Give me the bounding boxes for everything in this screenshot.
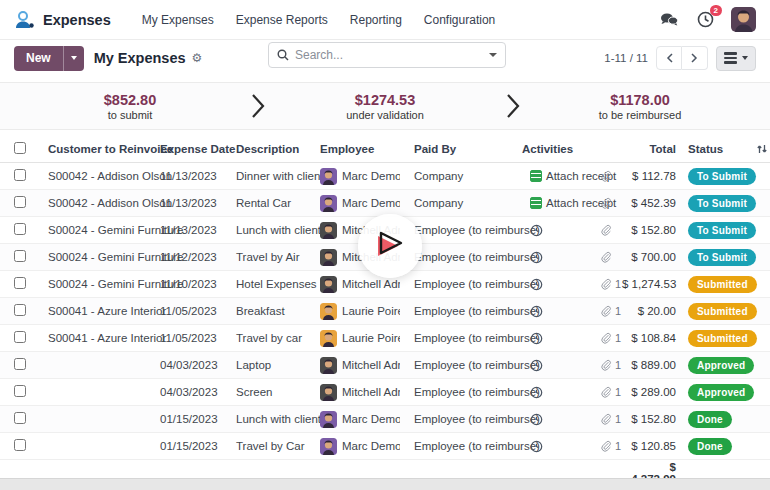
employee-avatar (320, 438, 337, 455)
new-button-caret[interactable] (63, 46, 84, 71)
table-row[interactable]: 01/15/2023 Lunch with client Marc Demo E… (0, 406, 770, 433)
kpi-to-be-reimbursed[interactable]: $1178.00 to be reimbursed (565, 92, 715, 121)
row-checkbox[interactable] (14, 250, 26, 262)
row-checkbox[interactable] (14, 439, 26, 451)
nav-my-expenses[interactable]: My Expenses (142, 13, 214, 27)
nav-configuration[interactable]: Configuration (424, 13, 495, 27)
header-expense-date[interactable]: Expense Date (146, 143, 222, 155)
table-row[interactable]: S00042 - Addison Olson 11/13/2023 Rental… (0, 190, 770, 217)
row-checkbox[interactable] (14, 331, 26, 343)
row-checkbox[interactable] (14, 196, 26, 208)
cell-activities[interactable] (508, 305, 592, 318)
employee-avatar (320, 168, 337, 185)
optional-columns-icon[interactable] (756, 143, 770, 155)
cell-activities[interactable]: Attach receipt (508, 170, 592, 182)
header-paid-by[interactable]: Paid By (400, 143, 508, 155)
table-body: S00042 - Addison Olson 11/13/2023 Dinner… (0, 163, 770, 460)
header-total[interactable]: Total (622, 143, 678, 155)
cell-description: Laptop (222, 359, 306, 371)
nav-expense-reports[interactable]: Expense Reports (236, 13, 328, 27)
status-badge[interactable]: Done (688, 411, 732, 428)
status-badge[interactable]: Submitted (688, 276, 757, 293)
search-input[interactable] (295, 48, 489, 62)
pager-prev-button[interactable] (656, 46, 682, 70)
activity-clock-icon (530, 440, 543, 453)
kpi-amount: $1274.53 (310, 92, 460, 108)
user-avatar[interactable] (731, 7, 756, 32)
attachment-count: 1 (615, 440, 621, 452)
table-row[interactable]: S00042 - Addison Olson 11/13/2023 Dinner… (0, 163, 770, 190)
breadcrumb-title[interactable]: My Expenses (94, 50, 186, 66)
cell-activities[interactable] (508, 332, 592, 345)
employee-name: Marc Demo (342, 170, 400, 182)
row-checkbox[interactable] (14, 277, 26, 289)
cell-activities[interactable] (508, 278, 592, 291)
expense-status-band: $852.80 to submit $1274.53 under validat… (0, 82, 770, 130)
row-checkbox[interactable] (14, 223, 26, 235)
video-play-button[interactable] (358, 214, 422, 278)
status-badge[interactable]: To Submit (688, 168, 756, 185)
header-status[interactable]: Status (678, 143, 756, 155)
kpi-under-validation[interactable]: $1274.53 under validation (310, 92, 460, 121)
cell-total: $ 112.78 (622, 170, 678, 182)
cell-attachments: 1 (592, 440, 622, 453)
status-badge[interactable]: Approved (688, 384, 754, 401)
header-activities[interactable]: Activities (508, 143, 592, 155)
new-button[interactable]: New (14, 46, 63, 71)
cell-total: $ 20.00 (622, 305, 678, 317)
header-description[interactable]: Description (222, 143, 306, 155)
activity-clock-icon (530, 386, 543, 399)
search-dropdown-caret[interactable] (489, 53, 497, 57)
status-badge[interactable]: Done (688, 438, 732, 455)
cell-activities[interactable] (508, 251, 592, 264)
kpi-to-submit[interactable]: $852.80 to submit (55, 92, 205, 121)
activities-clock-icon[interactable]: 2 (695, 10, 715, 30)
cell-activities[interactable] (508, 413, 592, 426)
status-badge[interactable]: To Submit (688, 195, 756, 212)
status-badge[interactable]: Approved (688, 357, 754, 374)
row-checkbox[interactable] (14, 358, 26, 370)
status-badge[interactable]: Submitted (688, 330, 757, 347)
status-badge[interactable]: To Submit (688, 222, 756, 239)
status-badge[interactable]: To Submit (688, 249, 756, 266)
expenses-app-icon[interactable] (14, 10, 36, 30)
cell-activities[interactable] (508, 359, 592, 372)
table-row[interactable]: 04/03/2023 Laptop Mitchell Admin Employe… (0, 352, 770, 379)
header-employee[interactable]: Employee (306, 143, 400, 155)
view-switcher-button[interactable] (716, 46, 756, 71)
table-row[interactable]: 04/03/2023 Screen Mitchell Admin Employe… (0, 379, 770, 406)
cell-customer: S00042 - Addison Olson (34, 197, 146, 209)
cell-expense-date: 01/15/2023 (146, 440, 222, 452)
table-header-row: Customer to Reinvoice Expense Date Descr… (0, 136, 770, 163)
cell-activities[interactable]: Attach receipt (508, 197, 592, 209)
messages-icon[interactable] (659, 10, 679, 30)
select-all-checkbox[interactable] (0, 142, 34, 156)
status-badge[interactable]: Submitted (688, 303, 757, 320)
pager-next-button[interactable] (682, 46, 708, 70)
employee-name: Laurie Poiret (342, 332, 400, 344)
nav-reporting[interactable]: Reporting (350, 13, 402, 27)
row-checkbox[interactable] (14, 385, 26, 397)
table-row[interactable]: S00041 - Azure Interior 11/05/2023 Break… (0, 298, 770, 325)
gear-icon[interactable]: ⚙ (192, 51, 203, 65)
cell-attachments: 1 (592, 386, 622, 399)
cell-attachments: 1 (592, 413, 622, 426)
activity-clock-icon (530, 251, 543, 264)
row-checkbox[interactable] (14, 412, 26, 424)
cell-activities[interactable] (508, 440, 592, 453)
paperclip-icon (600, 359, 612, 372)
chevron-right-icon (251, 93, 265, 119)
employee-avatar (320, 357, 337, 374)
row-checkbox[interactable] (14, 304, 26, 316)
table-row[interactable]: 01/15/2023 Travel by Car Marc Demo Emplo… (0, 433, 770, 460)
cell-attachments (592, 224, 622, 237)
row-checkbox[interactable] (14, 169, 26, 181)
cell-activities[interactable] (508, 386, 592, 399)
table-row[interactable]: S00041 - Azure Interior 11/05/2023 Trave… (0, 325, 770, 352)
cell-total: $ 700.00 (622, 251, 678, 263)
app-name[interactable]: Expenses (43, 12, 111, 28)
pager-range: 1-11 / 11 (604, 52, 648, 64)
header-customer[interactable]: Customer to Reinvoice (34, 143, 146, 155)
cell-activities[interactable] (508, 224, 592, 237)
chevron-right-icon (506, 93, 520, 119)
